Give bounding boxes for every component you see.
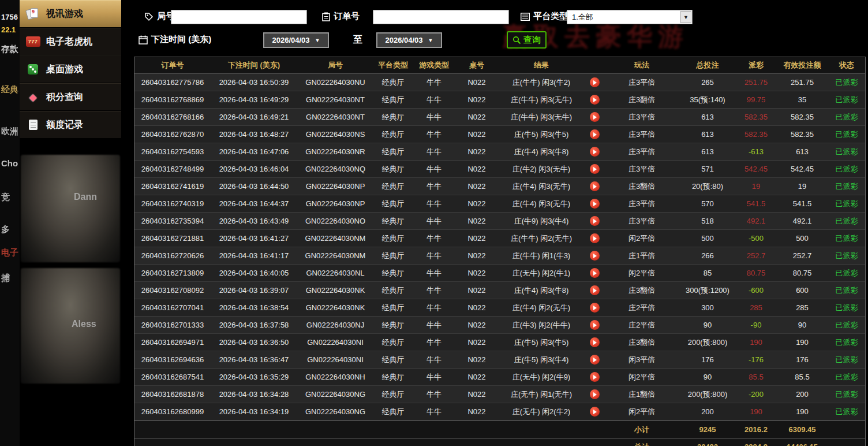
cell-game: GN022264030NQ (297, 161, 373, 177)
cell-total-bet: 85 (679, 265, 736, 281)
cell-payout: -200 (736, 386, 776, 403)
play-video-icon[interactable] (590, 407, 600, 417)
platform-type-select[interactable]: 1.全部 ▼ (567, 10, 693, 24)
tag-icon (144, 12, 154, 21)
cell-payout: 85.5 (736, 369, 776, 385)
cell-time: 2026-04-03 16:34:28 (211, 386, 297, 403)
subtotal-valid-bet: 6309.45 (776, 421, 828, 438)
bet-time-label: 下注时间 (美东) (139, 34, 211, 45)
cell-result: 庄(无牛) 闲2(牛2) (498, 403, 585, 420)
cell-status: 已派彩 (828, 109, 865, 125)
cell-status: 已派彩 (828, 386, 865, 403)
slots-777-icon: 777 (25, 34, 40, 49)
play-video-icon[interactable] (590, 147, 600, 157)
play-video-icon[interactable] (590, 95, 600, 105)
cell-total-bet: 20(预:80) (679, 178, 736, 195)
cell-payout: 190 (736, 334, 776, 351)
play-video-icon[interactable] (590, 251, 600, 261)
cell-play: 闲2平倍 (604, 230, 679, 247)
play-video-icon[interactable] (590, 372, 600, 382)
play-video-icon[interactable] (590, 164, 600, 174)
play-video-icon[interactable] (590, 181, 600, 191)
sidebar-item-video-games[interactable]: 9视讯游戏 (20, 0, 121, 28)
cell-status: 已派彩 (828, 369, 865, 385)
sidebar-item-table-games[interactable]: 桌面游戏 (20, 55, 121, 83)
cell-game: GN022264030NM (297, 247, 373, 264)
play-video-icon[interactable] (590, 389, 600, 399)
cell-platform: 经典厅 (373, 247, 413, 264)
cell-result: 庄(牛牛) 闲3(无牛) (498, 109, 585, 125)
date-from-picker[interactable]: 2026/04/03▼ (263, 32, 329, 48)
subtotal-label: 小计 (604, 421, 679, 438)
cell-payout: 582.35 (736, 109, 776, 125)
cell-game-type: 牛牛 (413, 386, 455, 403)
cell-valid-bet: 190 (776, 403, 828, 420)
cell-valid-bet: 285 (776, 299, 828, 316)
cell-valid-bet: 200 (776, 386, 828, 403)
cell-result: 庄(无牛) 闲2(牛1) (498, 265, 585, 281)
sidebar-item-label: 电子老虎机 (46, 36, 92, 48)
table-row: 2604031627138092026-04-03 16:40:05GN0222… (134, 265, 865, 282)
cell-platform: 经典厅 (373, 351, 413, 368)
cell-platform: 经典厅 (373, 213, 413, 229)
cell-total-bet: 613 (679, 143, 736, 160)
play-video-icon[interactable] (590, 268, 600, 278)
cell-table-no: N022 (455, 386, 498, 403)
background-balance-text: 22.1 (1, 25, 16, 34)
cell-time: 2026-04-03 16:36:50 (211, 334, 297, 351)
table-row: 2604031626949712026-04-03 16:36:50GN0222… (134, 334, 865, 351)
sidebar-item-slots[interactable]: 777电子老虎机 (20, 28, 121, 55)
cell-order: 260403162741619 (134, 178, 211, 195)
cell-game: GN022264030NT (297, 91, 373, 108)
platform-type-value: 1.全部 (572, 12, 593, 23)
column-header: 桌号 (455, 57, 498, 73)
sidebar-item-points-query[interactable]: ◆积分查询 (20, 83, 121, 111)
column-header (585, 57, 604, 73)
sidebar-item-credit-records[interactable]: 额度记录 (20, 111, 121, 139)
background-text-fragment: 欧洲 (1, 126, 18, 137)
clipboard-icon (322, 12, 330, 21)
cell-platform: 经典厅 (373, 143, 413, 160)
background-dealer-name: Dann (74, 192, 97, 202)
cell-total-bet: 266 (679, 247, 736, 264)
cell-status: 已派彩 (828, 317, 865, 333)
game-number-label: 局号 (144, 11, 174, 22)
play-video-icon[interactable] (590, 77, 600, 87)
cell-time: 2026-04-03 16:39:07 (211, 282, 297, 299)
cell-time: 2026-04-03 16:49:29 (211, 91, 297, 108)
column-header: 总投注 (679, 57, 736, 73)
chevron-down-icon: ▼ (428, 38, 433, 43)
table-row: 2604031627484992026-04-03 16:46:04GN0222… (134, 161, 865, 178)
query-button[interactable]: 查询 (507, 31, 547, 49)
cell-table-no: N022 (455, 109, 498, 125)
play-video-icon[interactable] (590, 112, 600, 122)
background-page-strip: 1756 22.1 存款经典欧洲Cho竞多电子捕 (0, 0, 20, 446)
cell-payout: 190 (736, 403, 776, 420)
play-video-icon[interactable] (590, 337, 600, 347)
game-number-input[interactable] (171, 10, 307, 24)
play-video-icon[interactable] (590, 355, 600, 365)
cell-game-type: 牛牛 (413, 403, 455, 420)
play-video-icon[interactable] (590, 233, 600, 243)
play-video-icon[interactable] (590, 129, 600, 139)
date-to-picker[interactable]: 2026/04/03▼ (376, 32, 442, 48)
cell-valid-bet: 252.7 (776, 247, 828, 264)
cell-payout: 541.5 (736, 195, 776, 212)
cell-play: 庄2平倍 (604, 317, 679, 333)
cell-game: GN022264030NK (297, 282, 373, 299)
cell-valid-bet: 176 (776, 351, 828, 368)
cell-time: 2026-04-03 16:44:37 (211, 195, 297, 212)
cell-table-no: N022 (455, 299, 498, 316)
cell-time: 2026-04-03 16:37:58 (211, 317, 297, 333)
gem-icon: ◆ (25, 90, 40, 105)
cell-table-no: N022 (455, 195, 498, 212)
play-video-icon[interactable] (590, 216, 600, 226)
result-video-cell (585, 317, 604, 333)
background-balance-text: 1756 (1, 13, 18, 21)
play-video-icon[interactable] (590, 303, 600, 313)
play-video-icon[interactable] (590, 320, 600, 330)
cell-time: 2026-04-03 16:41:17 (211, 247, 297, 264)
play-video-icon[interactable] (590, 199, 600, 209)
play-video-icon[interactable] (590, 285, 600, 295)
order-number-input[interactable] (373, 10, 509, 24)
